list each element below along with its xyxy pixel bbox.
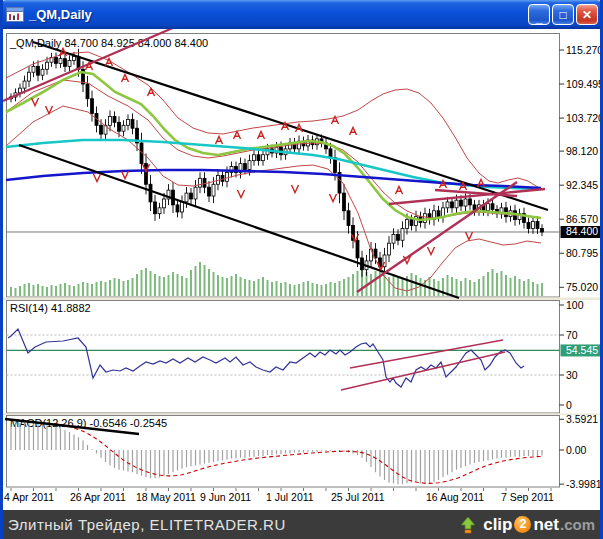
candle-body: [464, 199, 467, 206]
candle-body: [23, 81, 26, 88]
candle-body: [68, 60, 71, 66]
candle-body: [410, 220, 413, 226]
rsi-axis-label: 70: [566, 329, 578, 341]
candle-body: [46, 62, 49, 69]
candle-body: [185, 193, 188, 202]
candle-body: [203, 178, 206, 187]
price-axis-label: 103.720: [566, 112, 603, 124]
candle-body: [145, 164, 148, 185]
chart-client-area: _QM,Daily 84.700 84.925 84.000 84.400RSI…: [3, 0, 600, 539]
candle-body: [356, 240, 359, 258]
candle-body: [226, 172, 229, 181]
candle-body: [257, 155, 260, 161]
candle-body: [208, 187, 211, 196]
rsi-panel: [7, 301, 560, 414]
candle-body: [469, 199, 472, 205]
candle-body: [158, 208, 161, 214]
candle-body: [64, 59, 67, 67]
logo-com: .com: [560, 516, 595, 533]
last-price-value: 84.400: [566, 225, 598, 237]
date-axis-label: 16 Aug 2011: [426, 491, 484, 503]
candle-body: [190, 193, 193, 199]
minimize-button[interactable]: _: [528, 4, 550, 25]
candle-body: [397, 234, 400, 240]
candle-body: [131, 119, 134, 128]
candle-body: [199, 178, 202, 187]
price-axis-label: 115.270: [566, 44, 603, 56]
candle-body: [32, 66, 35, 72]
candle-body: [91, 99, 94, 114]
date-axis-label: 26 Apr 2011: [70, 491, 126, 503]
candle-body: [451, 202, 454, 208]
date-axis-label: 25 Jul 2011: [331, 491, 385, 503]
rsi-axis-label: 30: [566, 369, 578, 381]
candle-body: [437, 211, 440, 217]
candle-body: [163, 199, 166, 208]
candle-body: [455, 200, 458, 208]
macd-axis-label: 3.5921: [566, 413, 598, 425]
candle-body: [347, 211, 350, 226]
candle-body: [73, 56, 76, 60]
candle-body: [118, 122, 121, 131]
upload-arrow-icon: [458, 516, 478, 534]
close-button[interactable]: ✕: [576, 4, 598, 25]
date-axis-label: 9 Jun 2011: [200, 491, 251, 503]
candle-body: [536, 221, 539, 228]
macd-axis-label: 0.00: [566, 444, 587, 456]
candle-body: [127, 119, 130, 125]
rsi-highlight-value: 54.545: [566, 344, 598, 356]
candle-body: [122, 125, 125, 131]
candle-body: [527, 223, 530, 229]
rsi-axis-label: 0: [566, 399, 572, 411]
date-axis-label: 18 May 2011: [136, 491, 196, 503]
candle-body: [401, 228, 404, 240]
maximize-button[interactable]: □: [552, 4, 574, 25]
candle-body: [392, 234, 395, 243]
candle-body: [446, 202, 449, 208]
price-axis-label: 92.345: [566, 179, 598, 191]
chart-window: _QM,Daily 84.700 84.925 84.000 84.400RSI…: [0, 0, 603, 539]
candle-body: [86, 84, 89, 99]
watermark-text: Элитный Трейдер, ELITETRADER.RU: [8, 516, 458, 533]
title-bar[interactable]: _QM,Daily _ □ ✕: [0, 0, 603, 29]
window-title: _QM,Daily: [29, 7, 528, 22]
candle-body: [149, 184, 152, 202]
candle-body: [253, 155, 256, 161]
logo-net: net: [533, 515, 559, 535]
clip2net-logo[interactable]: clip 2 net .com: [458, 515, 595, 535]
candle-body: [113, 116, 116, 122]
logo-badge-2: 2: [514, 516, 531, 533]
candle-body: [55, 57, 58, 63]
price-axis-label: 86.570: [566, 213, 598, 225]
candle-body: [487, 204, 490, 211]
candle-body: [532, 221, 535, 228]
date-axis-label: 1 Jul 2011: [266, 491, 314, 503]
candle-body: [194, 187, 197, 199]
chart-canvas[interactable]: _QM,Daily 84.700 84.925 84.000 84.400RSI…: [3, 0, 603, 539]
candle-body: [541, 228, 544, 232]
candle-body: [37, 66, 40, 75]
price-axis-label: 98.120: [566, 145, 598, 157]
logo-clip: clip: [483, 515, 512, 535]
candle-body: [41, 69, 44, 75]
chart-window-icon: [6, 7, 24, 22]
price-axis-label: 109.495: [566, 78, 603, 90]
candle-body: [262, 155, 265, 161]
candle-body: [244, 164, 247, 170]
candle-body: [343, 193, 346, 211]
rsi-axis-label: 100: [566, 299, 584, 311]
price-axis-label: 75.020: [566, 281, 598, 293]
date-axis-label: 4 Apr 2011: [4, 491, 54, 503]
rsi-label: RSI(14) 41.8882: [10, 302, 91, 314]
candle-body: [491, 204, 494, 210]
watermark-bar: Элитный Трейдер, ELITETRADER.RU clip 2 n…: [0, 510, 603, 539]
candle-body: [460, 200, 463, 206]
price-axis-label: 80.795: [566, 247, 598, 259]
candle-body: [28, 72, 31, 81]
candle-body: [59, 59, 62, 64]
candle-body: [100, 125, 103, 134]
candle-body: [442, 208, 445, 217]
candle-body: [248, 161, 251, 170]
candle-body: [176, 205, 179, 212]
candle-body: [154, 202, 157, 214]
